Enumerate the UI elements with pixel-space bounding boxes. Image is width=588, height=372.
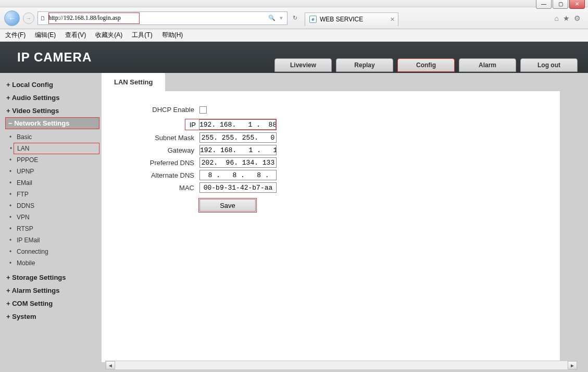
minimize-button[interactable]: — bbox=[536, 0, 552, 9]
header-tabs: Liveview Replay Config Alarm Log out bbox=[274, 58, 578, 72]
dhcp-checkbox[interactable] bbox=[199, 106, 207, 114]
window-titlebar: — ▢ ✕ bbox=[0, 0, 588, 7]
main-area: LAN Setting DHCP Enable IP Subnet Mask bbox=[102, 73, 588, 372]
favicon-ie-icon: e bbox=[309, 16, 317, 23]
forward-button[interactable]: → bbox=[23, 13, 34, 24]
sidebar-item-lan[interactable]: LAN bbox=[14, 143, 99, 154]
sidebar-group-alarm-settings[interactable]: + Alarm Settings bbox=[5, 284, 99, 297]
sidebar-sublist-network: Basic LAN PPPOE UPNP EMail FTP DDNS VPN … bbox=[5, 129, 99, 271]
menu-edit[interactable]: 编辑(E) bbox=[35, 31, 56, 40]
tab-logout[interactable]: Log out bbox=[520, 58, 578, 72]
sidebar-group-network-settings[interactable]: − Network Settings bbox=[5, 117, 99, 129]
menu-view[interactable]: 查看(V) bbox=[65, 31, 86, 40]
sidebar-item-ftp[interactable]: FTP bbox=[17, 189, 99, 200]
tab-close-icon[interactable]: ✕ bbox=[390, 16, 395, 23]
settings-panel: DHCP Enable IP Subnet Mask Gateway bbox=[102, 91, 560, 362]
sidebar-item-email[interactable]: EMail bbox=[17, 177, 99, 189]
preferred-dns-input[interactable] bbox=[199, 157, 277, 168]
menu-favorites[interactable]: 收藏夹(A) bbox=[95, 31, 122, 40]
sidebar-group-local-config[interactable]: + Local Config bbox=[5, 78, 99, 91]
sidebar-group-com-setting[interactable]: + COM Setting bbox=[5, 297, 99, 310]
sidebar-item-rtsp[interactable]: RTSP bbox=[17, 223, 99, 234]
page-content: IP CAMERA Liveview Replay Config Alarm L… bbox=[0, 42, 588, 372]
sidebar-item-basic[interactable]: Basic bbox=[17, 131, 99, 143]
browser-menubar: 文件(F) 编辑(E) 查看(V) 收藏夹(A) 工具(T) 帮助(H) bbox=[0, 29, 588, 42]
maximize-button[interactable]: ▢ bbox=[553, 0, 568, 9]
label-gateway: Gateway bbox=[102, 146, 199, 154]
alternate-dns-input[interactable] bbox=[199, 170, 277, 180]
gateway-input[interactable] bbox=[199, 145, 277, 155]
sidebar-item-connecting[interactable]: Connecting bbox=[17, 246, 99, 257]
menu-help[interactable]: 帮助(H) bbox=[162, 31, 183, 40]
tab-liveview[interactable]: Liveview bbox=[274, 58, 332, 72]
tab-title: WEB SERVICE bbox=[320, 16, 363, 23]
scroll-right-arrow[interactable]: ► bbox=[568, 361, 577, 369]
url-input[interactable] bbox=[47, 14, 264, 22]
sidebar-item-upnp[interactable]: UPNP bbox=[17, 166, 99, 177]
sidebar-group-storage-settings[interactable]: + Storage Settings bbox=[5, 271, 99, 284]
label-dhcp: DHCP Enable bbox=[102, 106, 199, 114]
subnet-input[interactable] bbox=[199, 132, 277, 143]
menu-file[interactable]: 文件(F) bbox=[5, 31, 26, 40]
mac-input[interactable] bbox=[199, 182, 277, 193]
tab-config[interactable]: Config bbox=[397, 58, 455, 72]
favorites-icon[interactable]: ★ bbox=[563, 14, 570, 22]
sidebar: + Local Config + Audio Settings + Video … bbox=[0, 73, 102, 372]
back-button[interactable]: ← bbox=[4, 10, 20, 26]
sidebar-item-ddns[interactable]: DDNS bbox=[17, 200, 99, 212]
tab-alarm[interactable]: Alarm bbox=[459, 58, 516, 72]
label-mac: MAC bbox=[102, 184, 199, 192]
sidebar-group-audio-settings[interactable]: + Audio Settings bbox=[5, 91, 99, 104]
sidebar-item-pppoe[interactable]: PPPOE bbox=[17, 154, 99, 166]
address-bar[interactable]: 🗋 🔍▾ bbox=[37, 11, 287, 25]
browser-tab[interactable]: e WEB SERVICE ✕ bbox=[305, 13, 398, 26]
browser-toolbar: ← → 🗋 🔍▾ ↻ e WEB SERVICE ✕ ⌂ ★ ⚙ bbox=[0, 7, 588, 29]
sidebar-item-vpn[interactable]: VPN bbox=[17, 212, 99, 223]
label-pdns: Preferred DNS bbox=[102, 159, 199, 167]
tab-replay[interactable]: Replay bbox=[336, 58, 393, 72]
page-header: IP CAMERA Liveview Replay Config Alarm L… bbox=[0, 42, 588, 73]
close-button[interactable]: ✕ bbox=[569, 0, 585, 9]
page-icon: 🗋 bbox=[38, 15, 47, 21]
search-icon[interactable]: 🔍 bbox=[268, 15, 276, 21]
panel-title: LAN Setting bbox=[102, 73, 165, 91]
label-ip: IP bbox=[185, 121, 199, 129]
save-button[interactable]: Save bbox=[199, 199, 256, 212]
brand-title: IP CAMERA bbox=[17, 50, 92, 65]
scroll-left-arrow[interactable]: ◄ bbox=[106, 361, 115, 369]
menu-tools[interactable]: 工具(T) bbox=[132, 31, 152, 40]
tools-icon[interactable]: ⚙ bbox=[574, 14, 581, 22]
label-adns: Alternate DNS bbox=[102, 171, 199, 179]
label-subnet: Subnet Mask bbox=[102, 134, 199, 142]
home-icon[interactable]: ⌂ bbox=[555, 14, 559, 22]
address-tools: 🔍▾ bbox=[264, 15, 287, 21]
sidebar-item-ipemail[interactable]: IP EMail bbox=[17, 234, 99, 246]
sidebar-group-video-settings[interactable]: + Video Settings bbox=[5, 104, 99, 117]
ip-input[interactable] bbox=[199, 119, 276, 130]
sidebar-item-mobile[interactable]: Mobile bbox=[17, 257, 99, 269]
refresh-icon[interactable]: ↻ bbox=[293, 15, 297, 21]
horizontal-scrollbar[interactable]: ◄ ► bbox=[105, 361, 578, 370]
sidebar-group-system[interactable]: + System bbox=[5, 310, 99, 323]
